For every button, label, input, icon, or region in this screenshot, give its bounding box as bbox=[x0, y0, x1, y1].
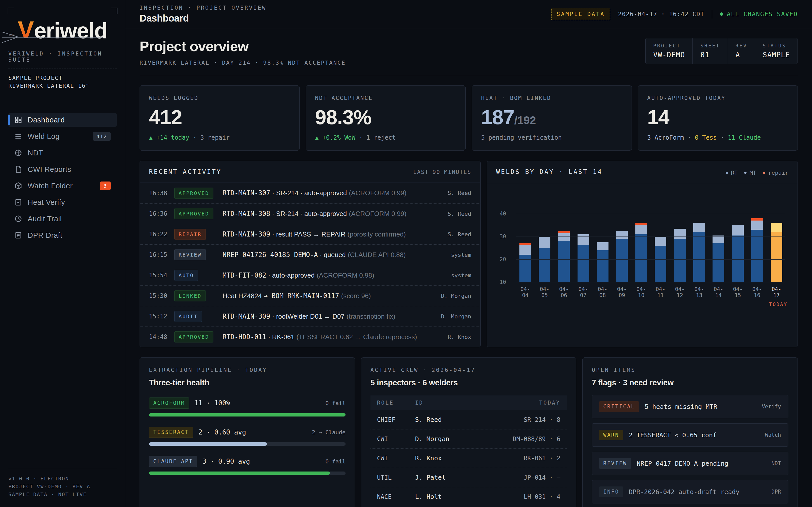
extraction-pipeline-panel: EXTRACTION PIPELINE · TODAY Three-tier h… bbox=[140, 357, 355, 507]
sample-note: SAMPLE DATA · NOT LIVE bbox=[8, 491, 117, 498]
dashboard-grid-icon bbox=[14, 116, 22, 124]
open-item-info[interactable]: INFO DPR-2026-042 auto-draft ready DPR bbox=[592, 480, 789, 503]
corner-bracket-right bbox=[111, 8, 117, 14]
item-action-dpr[interactable]: DPR bbox=[771, 489, 781, 495]
bar-segment bbox=[519, 255, 531, 282]
bar-segment bbox=[597, 242, 608, 250]
sidebar-item-label: Audit Trail bbox=[28, 215, 62, 223]
crew-title: 5 inspectors · 6 welders bbox=[370, 378, 567, 387]
crew-table: ROLEIDTODAY CHIEFS. ReedSR-214 · 8 CWID.… bbox=[370, 395, 567, 506]
legend-mt: MT bbox=[744, 170, 756, 176]
sidebar-item-ndt[interactable]: NDT bbox=[8, 146, 117, 160]
suite-label: VERIWELD · INSPECTION SUITE bbox=[8, 51, 117, 63]
progress-track bbox=[149, 442, 346, 446]
severity-badge: WARN bbox=[599, 430, 623, 440]
kpi-value: 412 bbox=[149, 107, 290, 127]
bar-04-09[interactable] bbox=[615, 214, 629, 282]
sidebar-footer: v1.0.0 · ELECTRON PROJECT VW-DEMO · REV … bbox=[8, 468, 117, 498]
sidebar-item-label: CWI Reports bbox=[28, 165, 71, 174]
cube-icon bbox=[14, 182, 22, 189]
bar-segment bbox=[539, 248, 550, 282]
activity-row[interactable]: 14:48 APPROVED RTD-HDD-011 · RK-061(TESS… bbox=[140, 327, 480, 347]
pipeline-eyebrow: EXTRACTION PIPELINE · TODAY bbox=[149, 367, 346, 373]
corner-bracket-left bbox=[8, 8, 14, 14]
table-row: CWIR. KnoxRK-061 · 2 bbox=[370, 448, 567, 468]
activity-row[interactable]: 16:22 REPAIR RTD-MAIN-309 · result PASS … bbox=[140, 224, 480, 244]
sidebar-item-cwi-reports[interactable]: CWI Reports bbox=[8, 163, 117, 176]
kpi-value: 187 bbox=[481, 106, 514, 128]
bar-04-13[interactable] bbox=[692, 214, 706, 282]
y-axis-tick: 30 bbox=[500, 233, 506, 239]
y-axis-tick: 10 bbox=[500, 279, 506, 285]
bar-segment bbox=[655, 236, 666, 246]
bar-04-04[interactable] bbox=[518, 214, 532, 282]
x-axis-tick: 04-06 bbox=[556, 286, 571, 307]
sidebar-item-label: NDT bbox=[28, 149, 43, 157]
activity-row[interactable]: 15:12 AUDIT RTD-MAIN-309 · rootWelder D0… bbox=[140, 306, 480, 327]
activity-row[interactable]: 16:15 REVIEW NREP 041726 40185 DEMO-A · … bbox=[140, 244, 480, 265]
x-axis-tick: 04-14 bbox=[711, 286, 726, 307]
bar-04-12[interactable] bbox=[672, 214, 687, 282]
bar-04-05[interactable] bbox=[537, 214, 552, 282]
crew-eyebrow: ACTIVE CREW · 2026-04-17 bbox=[370, 367, 567, 373]
bar-04-14[interactable] bbox=[711, 214, 726, 282]
sidebar-item-label: Heat Verify bbox=[28, 198, 65, 207]
sidebar-item-audit-trail[interactable]: Audit Trail bbox=[8, 212, 117, 226]
bar-04-11[interactable] bbox=[653, 214, 668, 282]
table-row: CWID. MorganDM-088/89 · 6 bbox=[370, 429, 567, 448]
open-item-warn[interactable]: WARN 2 TESSERACT < 0.65 conf Watch bbox=[592, 424, 789, 447]
item-action-ndt[interactable]: NDT bbox=[771, 460, 781, 466]
activity-list: 16:38 APPROVED RTD-MAIN-307 · SR-214 · a… bbox=[140, 183, 480, 347]
item-action-watch[interactable]: Watch bbox=[765, 432, 781, 438]
open-item-review[interactable]: REVIEW NREP 0417 DEMO-A pending NDT bbox=[592, 452, 789, 475]
kpi-value: 14 bbox=[647, 107, 789, 127]
titleblock-sheet: SHEET 01 bbox=[693, 38, 727, 64]
activity-row[interactable]: 15:30 LINKED Heat HZ4824 → BOM RMK-MAIN-… bbox=[140, 285, 480, 306]
activity-row[interactable]: 16:38 APPROVED RTD-MAIN-307 · SR-214 · a… bbox=[140, 183, 480, 203]
bar-04-07[interactable] bbox=[576, 214, 591, 282]
page-subtitle: RIVERMARK LATERAL · DAY 214 · 98.3% NDT … bbox=[140, 60, 346, 66]
x-axis-tick: 04-13 bbox=[692, 286, 706, 307]
titleblock-project: PROJECT VW-DEMO bbox=[646, 38, 693, 64]
legend-repair-dot-icon bbox=[763, 172, 765, 174]
open-items-eyebrow: OPEN ITEMS bbox=[592, 367, 789, 373]
bar-04-15[interactable] bbox=[730, 214, 745, 282]
sidebar-item-weld-log[interactable]: Weld Log 412 bbox=[8, 129, 117, 143]
page-head: Project overview RIVERMARK LATERAL · DAY… bbox=[140, 29, 798, 75]
status-badge: APPROVED bbox=[174, 331, 213, 342]
x-axis-tick: 04-08 bbox=[595, 286, 610, 307]
bar-04-06[interactable] bbox=[556, 214, 571, 282]
bar-04-17[interactable] bbox=[769, 214, 784, 282]
saved-label: ALL CHANGES SAVED bbox=[727, 11, 798, 18]
activity-row[interactable]: 16:36 APPROVED RTD-MAIN-308 · SR-214 · a… bbox=[140, 203, 480, 224]
progress-fill bbox=[149, 413, 346, 416]
topbar-divider bbox=[712, 10, 712, 18]
pipeline-row-acroform: ACROFORM 11 · 100% 0 fail bbox=[149, 397, 346, 416]
sidebar-item-watch-folder[interactable]: Watch Folder 3 bbox=[8, 179, 117, 193]
open-item-critical[interactable]: CRITICAL 5 heats missing MTR Verify bbox=[592, 395, 789, 418]
activity-range: LAST 90 MINUTES bbox=[413, 169, 471, 175]
bar-segment bbox=[655, 246, 666, 282]
report-lines-icon bbox=[14, 231, 22, 239]
bar-04-16[interactable] bbox=[750, 214, 765, 282]
x-axis-tick: 04-16 bbox=[750, 286, 765, 307]
bar-04-10[interactable] bbox=[634, 214, 649, 282]
activity-row[interactable]: 15:54 AUTO MTD-FIT-082 · auto-approved(A… bbox=[140, 265, 480, 285]
legend-repair: repair bbox=[763, 170, 789, 176]
x-axis-tick: 04-07 bbox=[576, 286, 591, 307]
sidebar-item-dpr-draft[interactable]: DPR Draft bbox=[8, 228, 117, 242]
item-action-verify[interactable]: Verify bbox=[762, 404, 781, 410]
kpi-ndt-acceptance: NDT ACCEPTANCE 98.3% ▲ +0.2% WoW · 1 rej… bbox=[306, 86, 466, 151]
datetime: 2026-04-17 · 16:42 CDT bbox=[618, 11, 704, 18]
bar-segment bbox=[558, 233, 570, 241]
tier-badge: CLAUDE API bbox=[149, 456, 197, 467]
status-badge: REVIEW bbox=[174, 249, 206, 260]
sidebar-item-dashboard[interactable]: Dashboard bbox=[8, 113, 117, 127]
topbar-title: Dashboard bbox=[140, 13, 266, 24]
progress-track bbox=[149, 471, 346, 475]
open-items-title: 7 flags · 3 need review bbox=[592, 378, 789, 387]
bar-segment bbox=[713, 243, 724, 282]
weld-symbol-arrow-icon: AWS bbox=[2, 27, 104, 45]
sidebar-item-heat-verify[interactable]: Heat Verify bbox=[8, 195, 117, 209]
bar-04-08[interactable] bbox=[595, 214, 610, 282]
